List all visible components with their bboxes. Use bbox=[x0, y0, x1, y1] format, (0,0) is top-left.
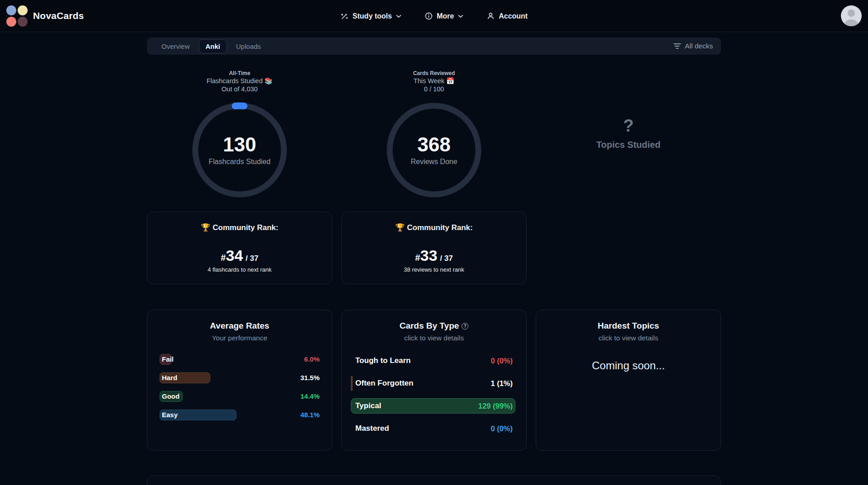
trophy-icon: 🏆 bbox=[395, 223, 405, 232]
rate-rows: Fail 6.0% Hard 31.5% Good 14.4% Easy 48.… bbox=[160, 354, 320, 420]
type-rows: Tough to Learn 0 (0%) Often Forgotten 1 … bbox=[351, 353, 517, 436]
nav-more-label: More bbox=[437, 12, 454, 20]
ring-header-line1: Cards Reviewed bbox=[413, 70, 455, 77]
type-row-typical: Typical 129 (99%) bbox=[351, 398, 517, 414]
cards-by-type-subtitle: click to view details bbox=[354, 334, 514, 342]
rank-value: #33/ 37 bbox=[351, 247, 517, 264]
stats-section: Average Rates Your performance Fail 6.0%… bbox=[147, 310, 721, 451]
deck-filter-label: All decks bbox=[685, 42, 713, 50]
nav-study-tools[interactable]: Study tools bbox=[340, 12, 401, 20]
rate-row-fail: Fail 6.0% bbox=[160, 354, 320, 365]
flashcards-rank-card: 🏆 Community Rank: #34/ 37 4 flashcards t… bbox=[147, 212, 332, 284]
flashcards-studied-value: 130 bbox=[223, 135, 256, 155]
flashcards-ring-header: All-Time Flashcards Studied 📚 Out of 4,0… bbox=[207, 70, 273, 93]
average-rates-card: Average Rates Your performance Fail 6.0%… bbox=[147, 310, 332, 451]
tab-bar: Overview Anki Uploads All decks bbox=[147, 38, 721, 55]
rank-hint: 4 flashcards to next rank bbox=[156, 266, 323, 273]
reviews-done-label: Reviews Done bbox=[410, 158, 457, 166]
hardest-topics-title: Hardest Topics bbox=[548, 321, 708, 331]
hardest-topics-subtitle: click to view details bbox=[548, 334, 708, 342]
tab-anki[interactable]: Anki bbox=[199, 39, 227, 53]
flashcards-studied-label: Flashcards Studied bbox=[209, 158, 271, 166]
reviews-done-value: 368 bbox=[417, 135, 450, 155]
ring-header-line2: This Week 📅 bbox=[413, 77, 455, 85]
nav-account-label: Account bbox=[499, 12, 528, 20]
rank-hint: 38 reviews to next rank bbox=[351, 266, 517, 273]
type-row-tough-to-learn: Tough to Learn 0 (0%) bbox=[351, 353, 517, 368]
person-icon bbox=[487, 12, 495, 20]
cards-by-type-card[interactable]: Cards By Type? click to view details Tou… bbox=[341, 310, 527, 451]
nav-study-tools-label: Study tools bbox=[353, 12, 392, 20]
brand-name: NovaCards bbox=[33, 10, 84, 21]
rate-row-good: Good 14.4% bbox=[160, 391, 320, 402]
coming-soon-text: Coming soon... bbox=[548, 359, 708, 372]
hardest-topics-card[interactable]: Hardest Topics click to view details Com… bbox=[536, 310, 721, 451]
tab-overview[interactable]: Overview bbox=[155, 40, 196, 53]
wand-icon bbox=[340, 12, 349, 20]
topics-studied-placeholder: ? Topics Studied bbox=[536, 70, 721, 201]
reviews-ring-header: Cards Reviewed This Week 📅 0 / 100 bbox=[413, 70, 455, 93]
rank-title: 🏆 Community Rank: bbox=[156, 223, 323, 232]
novacards-logo-icon bbox=[6, 5, 28, 27]
type-row-often-forgotten: Often Forgotten 1 (1%) bbox=[351, 376, 517, 391]
reviews-rank-card: 🏆 Community Rank: #33/ 37 38 reviews to … bbox=[341, 212, 527, 284]
avatar[interactable] bbox=[841, 5, 862, 26]
flashcards-progress-ring: 130 Flashcards Studied bbox=[189, 99, 290, 201]
brand[interactable]: NovaCards bbox=[6, 5, 84, 27]
ring-header-line3: 0 / 100 bbox=[413, 85, 455, 93]
help-icon: ? bbox=[462, 323, 468, 330]
question-mark-icon: ? bbox=[623, 117, 633, 134]
ring-header-line2: Flashcards Studied 📚 bbox=[207, 77, 273, 85]
navbar: NovaCards Study tools Mo bbox=[0, 0, 868, 32]
rate-row-hard: Hard 31.5% bbox=[160, 372, 320, 383]
flashcards-ring-cell: All-Time Flashcards Studied 📚 Out of 4,0… bbox=[147, 70, 332, 201]
reviews-progress-ring: 368 Reviews Done bbox=[383, 99, 485, 201]
type-row-mastered: Mastered 0 (0%) bbox=[351, 421, 517, 436]
average-rates-subtitle: Your performance bbox=[160, 334, 320, 342]
rank-empty-cell bbox=[536, 212, 721, 284]
chevron-down-icon bbox=[458, 14, 463, 18]
topics-studied-label: Topics Studied bbox=[596, 140, 660, 150]
rings-section: All-Time Flashcards Studied 📚 Out of 4,0… bbox=[147, 70, 721, 201]
filter-icon bbox=[674, 42, 681, 50]
chevron-down-icon bbox=[396, 14, 401, 18]
deck-filter[interactable]: All decks bbox=[674, 42, 713, 50]
trophy-icon: 🏆 bbox=[201, 223, 210, 232]
info-icon bbox=[425, 12, 433, 20]
nav-more[interactable]: More bbox=[425, 12, 463, 20]
ring-header-line3: Out of 4,030 bbox=[207, 85, 273, 93]
bottom-card: Copy NIDs bbox=[147, 476, 721, 485]
cards-by-type-title: Cards By Type? bbox=[354, 321, 514, 331]
tab-uploads[interactable]: Uploads bbox=[230, 40, 267, 53]
rank-value: #34/ 37 bbox=[156, 247, 323, 264]
rank-section: 🏆 Community Rank: #34/ 37 4 flashcards t… bbox=[147, 212, 721, 284]
ring-header-line1: All-Time bbox=[207, 70, 273, 77]
rank-title: 🏆 Community Rank: bbox=[351, 223, 517, 232]
main-nav: Study tools More bbox=[340, 0, 528, 32]
nav-account[interactable]: Account bbox=[487, 12, 528, 20]
reviews-ring-cell: Cards Reviewed This Week 📅 0 / 100 368 R… bbox=[341, 70, 527, 201]
average-rates-title: Average Rates bbox=[160, 321, 320, 331]
rate-row-easy: Easy 48.1% bbox=[160, 410, 320, 420]
